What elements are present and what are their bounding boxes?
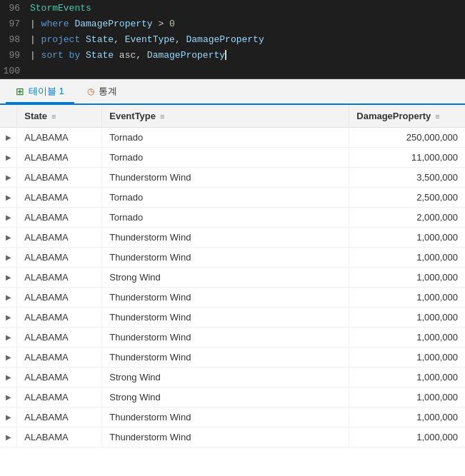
tab-label: 통계 <box>99 85 117 98</box>
line-content: | sort by State asc, DamageProperty <box>27 50 465 61</box>
token-kw-op: > <box>153 19 169 29</box>
line-content: | where DamageProperty > 0 <box>27 19 465 29</box>
tab-label: 테이블 1 <box>29 85 64 98</box>
stats-icon: ◷ <box>87 86 94 96</box>
row-expander-7[interactable]: ▶ <box>0 268 17 288</box>
cell-eventtype: Thunderstorm Wind <box>102 248 349 268</box>
cell-damageproperty: 2,000,000 <box>349 208 465 228</box>
cell-state: ALABAMA <box>17 328 102 348</box>
row-expander-10[interactable]: ▶ <box>0 328 17 348</box>
row-expander-13[interactable]: ▶ <box>0 388 17 407</box>
cell-eventtype: Thunderstorm Wind <box>102 308 349 328</box>
cursor <box>225 50 226 60</box>
code-line-96: 96StormEvents <box>0 0 465 16</box>
table-row[interactable]: ▶ALABAMAThunderstorm Wind1,000,000 <box>0 407 465 427</box>
cell-damageproperty: 1,000,000 <box>349 288 465 308</box>
cell-state: ALABAMA <box>17 348 102 368</box>
cell-state: ALABAMA <box>17 427 102 447</box>
line-content: | project State, EventType, DamageProper… <box>27 34 465 45</box>
token-kw-cmd: project <box>41 34 86 45</box>
line-content: StormEvents <box>27 3 465 14</box>
row-expander-1[interactable]: ▶ <box>0 148 17 168</box>
table-row[interactable]: ▶ALABAMAThunderstorm Wind1,000,000 <box>0 348 465 368</box>
table-row[interactable]: ▶ALABAMATornado11,000,000 <box>0 148 465 168</box>
row-expander-11[interactable]: ▶ <box>0 348 17 368</box>
cell-eventtype: Tornado <box>102 188 349 208</box>
cell-damageproperty: 11,000,000 <box>349 148 465 168</box>
cell-damageproperty: 3,500,000 <box>349 168 465 188</box>
line-number: 96 <box>0 3 27 14</box>
row-expander-2[interactable]: ▶ <box>0 168 17 188</box>
row-expander-6[interactable]: ▶ <box>0 248 17 268</box>
col-header-eventtype-label: EventType <box>109 111 156 121</box>
table-row[interactable]: ▶ALABAMAThunderstorm Wind1,000,000 <box>0 248 465 268</box>
row-expander-12[interactable]: ▶ <box>0 368 17 388</box>
cell-eventtype: Tornado <box>102 148 349 168</box>
cell-state: ALABAMA <box>17 288 102 308</box>
col-header-state-label: State <box>24 111 47 121</box>
token-kw-cmd: where <box>41 19 75 29</box>
table-row[interactable]: ▶ALABAMATornado250,000,000 <box>0 128 465 148</box>
code-line-98: 98| project State, EventType, DamageProp… <box>0 31 465 47</box>
col-header-damageproperty: DamageProperty ≡ <box>349 105 465 128</box>
cell-damageproperty: 1,000,000 <box>349 328 465 348</box>
table-row[interactable]: ▶ALABAMATornado2,500,000 <box>0 188 465 208</box>
cell-eventtype: Thunderstorm Wind <box>102 328 349 348</box>
cell-state: ALABAMA <box>17 208 102 228</box>
tab-table[interactable]: ⊞테이블 1 <box>6 81 74 103</box>
row-expander-14[interactable]: ▶ <box>0 407 17 427</box>
table-row[interactable]: ▶ALABAMAStrong Wind1,000,000 <box>0 388 465 407</box>
cell-damageproperty: 1,000,000 <box>349 228 465 248</box>
token-kw-punct: , <box>175 34 186 45</box>
code-line-97: 97| where DamageProperty > 0 <box>0 16 465 31</box>
filter-icon-state[interactable]: ≡ <box>51 112 56 121</box>
table-header: State ≡ EventType ≡ DamageProperty ≡ <box>0 105 465 128</box>
cell-eventtype: Thunderstorm Wind <box>102 427 349 447</box>
cell-state: ALABAMA <box>17 168 102 188</box>
cell-eventtype: Strong Wind <box>102 268 349 288</box>
table-row[interactable]: ▶ALABAMAThunderstorm Wind1,000,000 <box>0 427 465 447</box>
row-expander-3[interactable]: ▶ <box>0 188 17 208</box>
token-kw-field: EventType <box>125 34 175 45</box>
code-line-100: 100 <box>0 63 465 79</box>
table-row[interactable]: ▶ALABAMAThunderstorm Wind3,500,000 <box>0 168 465 188</box>
token-kw-field: State <box>86 34 114 45</box>
row-expander-4[interactable]: ▶ <box>0 208 17 228</box>
cell-state: ALABAMA <box>17 228 102 248</box>
table-row[interactable]: ▶ALABAMATornado2,000,000 <box>0 208 465 228</box>
cell-state: ALABAMA <box>17 407 102 427</box>
cell-damageproperty: 2,500,000 <box>349 188 465 208</box>
row-expander-9[interactable]: ▶ <box>0 308 17 328</box>
cell-state: ALABAMA <box>17 308 102 328</box>
token-kw-num: 0 <box>169 19 175 29</box>
cell-damageproperty: 1,000,000 <box>349 348 465 368</box>
cell-damageproperty: 1,000,000 <box>349 407 465 427</box>
cell-state: ALABAMA <box>17 248 102 268</box>
token-kw-field: DamageProperty <box>147 50 225 61</box>
token-kw-punct: | <box>30 19 41 29</box>
cell-eventtype: Strong Wind <box>102 388 349 407</box>
table-row[interactable]: ▶ALABAMAThunderstorm Wind1,000,000 <box>0 328 465 348</box>
cell-state: ALABAMA <box>17 388 102 407</box>
code-line-99: 99| sort by State asc, DamageProperty <box>0 47 465 63</box>
table-row[interactable]: ▶ALABAMAThunderstorm Wind1,000,000 <box>0 288 465 308</box>
table-row[interactable]: ▶ALABAMAThunderstorm Wind1,000,000 <box>0 308 465 328</box>
table-row[interactable]: ▶ALABAMAStrong Wind1,000,000 <box>0 268 465 288</box>
token-kw-punct: , <box>114 34 125 45</box>
token-kw-cmd: sort by <box>41 50 86 61</box>
token-kw-field: DamageProperty <box>186 34 264 45</box>
table-row[interactable]: ▶ALABAMAThunderstorm Wind1,000,000 <box>0 228 465 248</box>
col-header-state: State ≡ <box>17 105 102 128</box>
table-row[interactable]: ▶ALABAMAStrong Wind1,000,000 <box>0 368 465 388</box>
cell-damageproperty: 1,000,000 <box>349 368 465 388</box>
row-expander-0[interactable]: ▶ <box>0 128 17 148</box>
filter-icon-damageproperty[interactable]: ≡ <box>435 112 439 121</box>
row-expander-8[interactable]: ▶ <box>0 288 17 308</box>
cell-state: ALABAMA <box>17 128 102 148</box>
cell-eventtype: Strong Wind <box>102 368 349 388</box>
row-expander-5[interactable]: ▶ <box>0 228 17 248</box>
cell-damageproperty: 1,000,000 <box>349 248 465 268</box>
tab-stats[interactable]: ◷통계 <box>77 81 127 103</box>
row-expander-15[interactable]: ▶ <box>0 427 17 447</box>
filter-icon-eventtype[interactable]: ≡ <box>160 112 164 121</box>
